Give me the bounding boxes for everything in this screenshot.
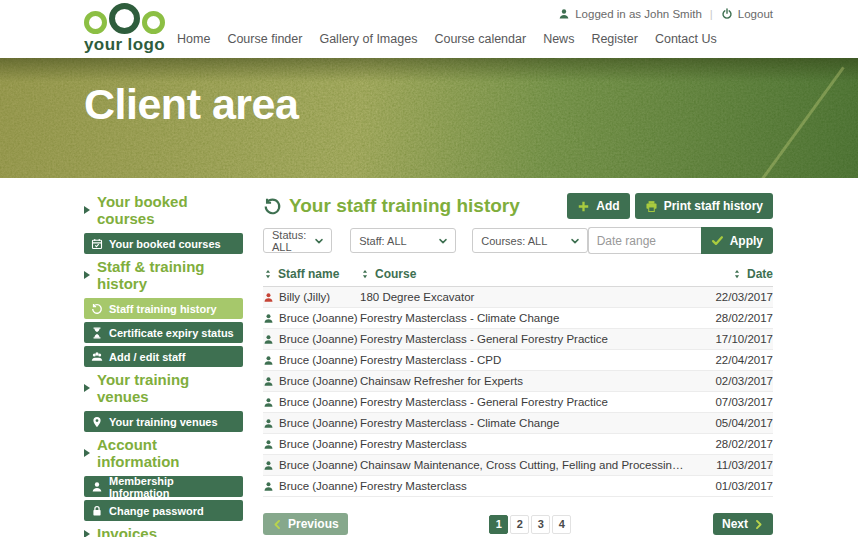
courses-filter-select[interactable]: Courses: ALL [472,228,587,253]
table-row[interactable]: Bruce (Joanne) Forestry Masterclass 28/0… [263,434,773,455]
previous-button[interactable]: Previous [263,513,348,535]
nav-item-register[interactable]: Register [591,32,638,46]
date-cell: 28/02/2017 [688,312,773,324]
nav-item-home[interactable]: Home [177,32,210,46]
table-row[interactable]: Billy (Jilly) 180 Degree Excavator 22/03… [263,287,773,308]
sidebar-section: Staff & training history Staff training … [84,258,243,367]
staff-person-icon [263,418,274,429]
page-number-2[interactable]: 2 [510,515,529,534]
header: your logo HomeCourse finderGallery of Im… [0,0,858,58]
page-number-1[interactable]: 1 [489,515,508,534]
sidebar-heading-your-booked-courses[interactable]: Your booked courses [84,193,243,227]
sidebar-heading-your-training-venues[interactable]: Your training venues [84,371,243,405]
course-cell: 180 Degree Excavator [360,291,688,303]
logo[interactable]: your logo [84,3,165,58]
staff-person-icon [263,439,274,450]
next-button[interactable]: Next [713,513,773,535]
logo-text: your logo [84,35,165,55]
table-row[interactable]: Bruce (Joanne) Forestry Masterclass - Cl… [263,308,773,329]
sidebar-item-your-booked-courses[interactable]: Your booked courses [84,233,243,254]
triangle-right-icon [84,271,90,279]
content: Your booked courses Your booked courses … [0,178,858,537]
title-row: Your staff training history Add Print st… [263,193,773,219]
nav-item-news[interactable]: News [543,32,574,46]
sidebar-heading-staff-training-history[interactable]: Staff & training history [84,258,243,292]
page-number-4[interactable]: 4 [552,515,571,534]
staff-person-icon [263,292,274,303]
table-header: Staff name Course Date [263,267,773,287]
course-cell: Forestry Masterclass - Climate Change [360,312,688,324]
date-cell: 22/03/2017 [688,291,773,303]
hourglass-icon [91,327,103,339]
plus-icon [577,200,590,213]
table-row[interactable]: Bruce (Joanne) Forestry Masterclass - Ge… [263,392,773,413]
add-button[interactable]: Add [567,193,629,219]
column-header-staff-name[interactable]: Staff name [263,267,360,281]
staff-person-icon [263,397,274,408]
date-cell: 07/03/2017 [688,396,773,408]
sidebar-section: Your booked courses Your booked courses [84,193,243,254]
nav-item-contact-us[interactable]: Contact Us [655,32,717,46]
staff-cell: Bruce (Joanne) [263,312,360,324]
staff-filter-select[interactable]: Staff: ALL [350,228,456,253]
logo-ring-center [109,3,140,34]
date-cell: 17/10/2017 [688,333,773,345]
date-cell: 11/03/2017 [688,459,773,471]
page-number-3[interactable]: 3 [531,515,550,534]
sort-icon [263,269,273,279]
nav-item-gallery-of-images[interactable]: Gallery of Images [319,32,417,46]
sidebar-section: Account information Membership Informati… [84,436,243,521]
table-row[interactable]: Bruce (Joanne) Forestry Masterclass - CP… [263,350,773,371]
main-nav: HomeCourse finderGallery of ImagesCourse… [177,32,717,58]
staff-cell: Bruce (Joanne) [263,375,360,387]
date-range-input[interactable] [588,227,701,254]
table-row[interactable]: Bruce (Joanne) Chainsaw Refresher for Ex… [263,371,773,392]
course-cell: Forestry Masterclass - General Forestry … [360,333,688,345]
course-cell: Forestry Masterclass [360,480,688,492]
triangle-right-icon [84,449,90,457]
sidebar-section: Invoices Your invoices Add accounts depa… [84,525,243,537]
apply-button[interactable]: Apply [701,227,773,254]
sidebar-item-change-password[interactable]: Change password [84,500,243,521]
sidebar-section: Your training venues Your training venue… [84,371,243,432]
table-row[interactable]: Bruce (Joanne) Forestry Masterclass - Ge… [263,329,773,350]
chevron-down-icon [438,236,448,246]
table-row[interactable]: Bruce (Joanne) Forestry Masterclass 01/0… [263,476,773,497]
staff-person-icon [263,376,274,387]
table-row[interactable]: Bruce (Joanne) Chainsaw Maintenance, Cro… [263,455,773,476]
printer-icon [645,200,658,213]
triangle-right-icon [84,206,90,214]
date-cell: 02/03/2017 [688,375,773,387]
sort-icon [360,269,370,279]
sidebar-item-staff-training-history[interactable]: Staff training history [84,298,243,319]
sidebar-item-your-training-venues[interactable]: Your training venues [84,411,243,432]
nav-item-course-calendar[interactable]: Course calendar [434,32,526,46]
date-filter-group: Apply [588,227,773,254]
print-staff-history-button[interactable]: Print staff history [635,193,773,219]
staff-person-icon [263,481,274,492]
column-header-course[interactable]: Course [360,267,688,281]
filter-bar: Status: ALL Staff: ALL Courses: ALL Appl… [263,227,773,254]
course-cell: Chainsaw Maintenance, Cross Cutting, Fel… [360,459,688,471]
column-header-date[interactable]: Date [688,267,773,281]
sidebar-item-membership-information[interactable]: Membership Information [84,476,243,497]
user-icon [91,481,103,493]
sidebar-item-add-edit-staff[interactable]: Add / edit staff [84,346,243,367]
triangle-right-icon [84,384,90,392]
nav-item-course-finder[interactable]: Course finder [227,32,302,46]
sidebar-heading-account-information[interactable]: Account information [84,436,243,470]
pagination: Previous 1234 Next [263,513,773,535]
course-cell: Forestry Masterclass [360,438,688,450]
logout-link[interactable]: Logout [738,8,773,20]
history-icon [263,197,282,216]
staff-cell: Bruce (Joanne) [263,333,360,345]
status-filter-select[interactable]: Status: ALL [263,228,332,253]
sidebar-item-certificate-expiry-status[interactable]: Certificate expiry status [84,322,243,343]
sidebar-heading-invoices[interactable]: Invoices [84,525,243,537]
table-row[interactable]: Bruce (Joanne) Forestry Masterclass - Cl… [263,413,773,434]
staff-cell: Bruce (Joanne) [263,417,360,429]
date-cell: 05/04/2017 [688,417,773,429]
course-cell: Forestry Masterclass - Climate Change [360,417,688,429]
logo-ring-left [84,11,107,34]
main-panel: Your staff training history Add Print st… [263,193,773,537]
